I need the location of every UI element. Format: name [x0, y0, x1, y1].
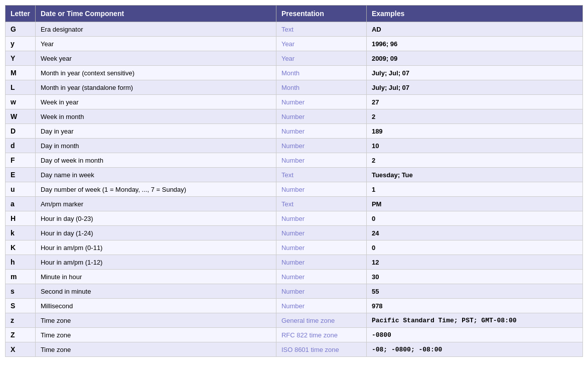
cell-letter: Y — [6, 51, 36, 66]
cell-presentation: Year — [276, 51, 366, 66]
table-row: kHour in day (1-24)Number24 — [6, 226, 583, 240]
table-row: ZTime zoneRFC 822 time zone-0800 — [6, 328, 583, 342]
table-row: GEra designatorTextAD — [6, 22, 583, 37]
cell-letter: k — [6, 226, 36, 240]
date-format-table: Letter Date or Time Component Presentati… — [5, 5, 583, 357]
table-row: aAm/pm markerTextPM — [6, 197, 583, 211]
cell-component: Week in year — [35, 95, 276, 109]
cell-presentation: Number — [276, 226, 366, 240]
cell-presentation: Number — [276, 139, 366, 153]
cell-component: Time zone — [35, 328, 276, 342]
cell-letter: d — [6, 139, 36, 153]
table-row: uDay number of week (1 = Monday, ..., 7 … — [6, 182, 583, 197]
cell-examples: 12 — [366, 255, 582, 270]
cell-presentation: Text — [276, 168, 366, 182]
cell-presentation: Number — [276, 95, 366, 109]
table-row: WWeek in monthNumber2 — [6, 109, 583, 124]
table-row: mMinute in hourNumber30 — [6, 270, 583, 284]
cell-component: Second in minute — [35, 284, 276, 299]
cell-presentation: Number — [276, 153, 366, 168]
table-row: DDay in yearNumber189 — [6, 124, 583, 139]
cell-component: Millisecond — [35, 299, 276, 313]
cell-letter: H — [6, 211, 36, 226]
cell-component: Hour in am/pm (1-12) — [35, 255, 276, 270]
cell-component: Hour in am/pm (0-11) — [35, 240, 276, 255]
cell-examples: 978 — [366, 299, 582, 313]
cell-examples: Tuesday; Tue — [366, 168, 582, 182]
table-row: YWeek yearYear2009; 09 — [6, 51, 583, 66]
cell-letter: z — [6, 313, 36, 328]
cell-letter: a — [6, 197, 36, 211]
cell-examples: -0800 — [366, 328, 582, 342]
cell-letter: G — [6, 22, 36, 37]
cell-presentation: RFC 822 time zone — [276, 328, 366, 342]
cell-letter: S — [6, 299, 36, 313]
cell-examples: 1 — [366, 182, 582, 197]
cell-component: Week year — [35, 51, 276, 66]
cell-presentation: Text — [276, 22, 366, 37]
cell-component: Time zone — [35, 342, 276, 357]
cell-letter: F — [6, 153, 36, 168]
cell-examples: Pacific Standard Time; PST; GMT-08:00 — [366, 313, 582, 328]
cell-letter: h — [6, 255, 36, 270]
cell-examples: 1996; 96 — [366, 37, 582, 51]
cell-examples: July; Jul; 07 — [366, 80, 582, 95]
cell-letter: D — [6, 124, 36, 139]
cell-examples: 55 — [366, 284, 582, 299]
cell-presentation: Number — [276, 109, 366, 124]
cell-component: Day name in week — [35, 168, 276, 182]
table-row: zTime zoneGeneral time zonePacific Stand… — [6, 313, 583, 328]
cell-component: Day in year — [35, 124, 276, 139]
table-row: hHour in am/pm (1-12)Number12 — [6, 255, 583, 270]
cell-letter: y — [6, 37, 36, 51]
cell-component: Day in month — [35, 139, 276, 153]
cell-letter: X — [6, 342, 36, 357]
cell-examples: 189 — [366, 124, 582, 139]
cell-component: Hour in day (0-23) — [35, 211, 276, 226]
cell-presentation: Number — [276, 284, 366, 299]
table-row: FDay of week in monthNumber2 — [6, 153, 583, 168]
cell-examples: AD — [366, 22, 582, 37]
cell-presentation: Month — [276, 80, 366, 95]
table-row: KHour in am/pm (0-11)Number0 — [6, 240, 583, 255]
cell-letter: E — [6, 168, 36, 182]
cell-component: Hour in day (1-24) — [35, 226, 276, 240]
cell-component: Am/pm marker — [35, 197, 276, 211]
table-row: sSecond in minuteNumber55 — [6, 284, 583, 299]
header-letter: Letter — [6, 6, 36, 22]
table-row: XTime zoneISO 8601 time zone-08; -0800; … — [6, 342, 583, 357]
cell-presentation: Number — [276, 124, 366, 139]
table-header-row: Letter Date or Time Component Presentati… — [6, 6, 583, 22]
cell-component: Month in year (context sensitive) — [35, 66, 276, 80]
cell-presentation: Month — [276, 66, 366, 80]
cell-component: Minute in hour — [35, 270, 276, 284]
table-row: LMonth in year (standalone form)MonthJul… — [6, 80, 583, 95]
cell-presentation: Number — [276, 299, 366, 313]
cell-presentation: Number — [276, 255, 366, 270]
cell-examples: 24 — [366, 226, 582, 240]
cell-component: Era designator — [35, 22, 276, 37]
cell-component: Month in year (standalone form) — [35, 80, 276, 95]
cell-letter: L — [6, 80, 36, 95]
cell-component: Day number of week (1 = Monday, ..., 7 =… — [35, 182, 276, 197]
cell-examples: 27 — [366, 95, 582, 109]
cell-examples: PM — [366, 197, 582, 211]
cell-presentation: General time zone — [276, 313, 366, 328]
cell-letter: K — [6, 240, 36, 255]
cell-letter: M — [6, 66, 36, 80]
cell-component: Day of week in month — [35, 153, 276, 168]
cell-examples: 30 — [366, 270, 582, 284]
cell-letter: u — [6, 182, 36, 197]
cell-presentation: Number — [276, 211, 366, 226]
cell-component: Week in month — [35, 109, 276, 124]
cell-letter: w — [6, 95, 36, 109]
cell-presentation: Year — [276, 37, 366, 51]
cell-examples: 0 — [366, 240, 582, 255]
cell-component: Time zone — [35, 313, 276, 328]
cell-examples: 0 — [366, 211, 582, 226]
table-row: yYearYear1996; 96 — [6, 37, 583, 51]
table-row: wWeek in yearNumber27 — [6, 95, 583, 109]
cell-letter: W — [6, 109, 36, 124]
cell-presentation: ISO 8601 time zone — [276, 342, 366, 357]
cell-presentation: Number — [276, 270, 366, 284]
